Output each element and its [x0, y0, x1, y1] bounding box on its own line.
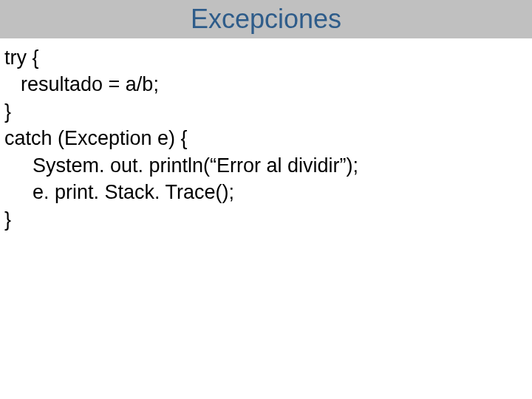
code-line: } [4, 206, 528, 233]
code-line: } [4, 98, 528, 125]
slide-title: Excepciones [191, 4, 341, 35]
code-line: e. print. Stack. Trace(); [4, 179, 528, 205]
code-content: try { resultado = a/b; } catch (Exceptio… [0, 38, 532, 239]
code-line: try { [4, 44, 528, 71]
code-line: resultado = a/b; [4, 71, 528, 98]
slide-header: Excepciones [0, 0, 532, 38]
code-line: System. out. println(“Error al dividir”)… [4, 152, 528, 179]
code-line: catch (Exception e) { [4, 125, 528, 151]
